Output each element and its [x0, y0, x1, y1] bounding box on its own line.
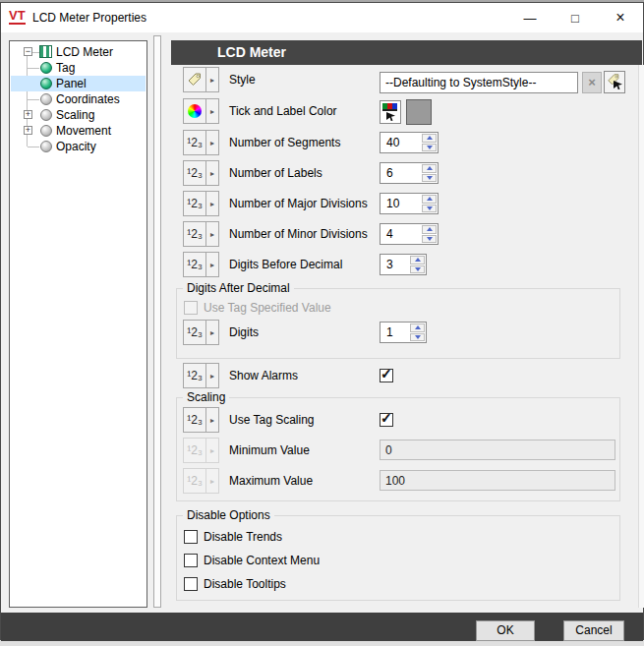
- cancel-button[interactable]: Cancel: [563, 620, 624, 641]
- digits-before-spinner[interactable]: 3: [380, 254, 427, 275]
- arrow-down-icon: [415, 335, 421, 339]
- disable-trends-checkbox[interactable]: [184, 530, 198, 544]
- use-tag-scaling-expression-button[interactable]: ¹2₃ ▸: [183, 407, 219, 433]
- major-divisions-spinner[interactable]: 10: [380, 193, 439, 214]
- tick-color-swatch[interactable]: [406, 99, 432, 125]
- panel-scrollbar[interactable]: [638, 65, 644, 608]
- tree-scrollbar[interactable]: [153, 35, 161, 608]
- scaling-legend: Scaling: [183, 390, 229, 404]
- pick-style-button[interactable]: [604, 71, 625, 93]
- close-button[interactable]: ×: [598, 3, 643, 32]
- tree-item-scaling[interactable]: + Scaling: [11, 107, 146, 123]
- disable-context-menu-checkbox[interactable]: [184, 554, 198, 567]
- expand-icon[interactable]: +: [24, 126, 32, 135]
- use-tag-scaling-label: Use Tag Scaling: [229, 407, 315, 433]
- show-alarms-checkbox[interactable]: ✓: [380, 369, 393, 382]
- tree-item-label: Coordinates: [56, 92, 120, 106]
- style-label: Style: [229, 67, 256, 92]
- spin-up-button[interactable]: [422, 134, 437, 143]
- spin-up-button[interactable]: [422, 195, 437, 204]
- major-divisions-expression-button[interactable]: ¹2₃ ▸: [183, 191, 219, 216]
- maximize-button[interactable]: □: [553, 3, 598, 32]
- minor-divisions-label: Number of Minor Divisions: [229, 221, 368, 247]
- maximum-value-input: [380, 470, 615, 491]
- chevron-right-icon: ▸: [206, 160, 219, 186]
- spin-down-button[interactable]: [422, 144, 437, 152]
- tree-item-opacity[interactable]: Opacity: [11, 139, 146, 154]
- spin-down-button[interactable]: [422, 235, 437, 244]
- number-icon: ¹2₃: [183, 363, 206, 388]
- color-bars-icon: [382, 103, 397, 111]
- use-tag-scaling-checkbox[interactable]: ✓: [380, 413, 393, 427]
- lcd-meter-properties-dialog: VT LCD Meter Properties — □ × − LCD Mete…: [0, 2, 644, 640]
- style-input[interactable]: [380, 72, 578, 93]
- disable-tooltips-label: Disable Tooltips: [204, 577, 286, 592]
- tree-item-label: LCD Meter: [56, 45, 113, 59]
- close-icon: ×: [615, 9, 624, 27]
- tree-item-coordinates[interactable]: Coordinates: [11, 91, 146, 107]
- tree-item-movement[interactable]: + Movement: [11, 123, 146, 139]
- minor-divisions-expression-button[interactable]: ¹2₃ ▸: [183, 221, 219, 247]
- spin-down-button[interactable]: [410, 265, 425, 274]
- digits-before-expression-button[interactable]: ¹2₃ ▸: [183, 252, 219, 277]
- tree-item-panel[interactable]: Panel: [11, 76, 146, 91]
- maximize-icon: □: [571, 11, 579, 26]
- color-expression-button[interactable]: ▸: [183, 98, 219, 124]
- chevron-right-icon: ▸: [206, 67, 219, 92]
- gray-dot-icon: [40, 125, 52, 137]
- maximum-value-label: Maximum Value: [229, 468, 313, 494]
- collapse-icon[interactable]: −: [24, 47, 32, 56]
- lcd-meter-icon: [39, 45, 52, 58]
- pick-tick-color-button[interactable]: [380, 100, 401, 124]
- digits-before-value: 3: [381, 255, 409, 274]
- color-wheel-icon: [183, 98, 206, 124]
- labels-expression-button[interactable]: ¹2₃ ▸: [183, 160, 219, 186]
- ok-button[interactable]: OK: [476, 620, 535, 641]
- spin-up-button[interactable]: [410, 323, 425, 332]
- tree-item-label: Panel: [56, 77, 87, 90]
- property-tree: − LCD Meter Tag Panel Coordinates + Scal…: [9, 40, 147, 608]
- use-tag-specified-value-label: Use Tag Specified Value: [204, 301, 331, 316]
- segments-spinner[interactable]: 40: [380, 132, 439, 153]
- digits-value: 1: [381, 323, 409, 342]
- expand-icon[interactable]: +: [24, 110, 32, 119]
- chevron-right-icon: ▸: [206, 98, 219, 124]
- disable-tooltips-checkbox[interactable]: [184, 577, 198, 591]
- minimum-value-label: Minimum Value: [229, 438, 310, 463]
- tree-item-lcd-meter[interactable]: − LCD Meter: [11, 44, 146, 60]
- clear-x-icon: ×: [588, 75, 596, 89]
- tree-item-label: Scaling: [56, 108, 94, 122]
- spin-down-button[interactable]: [410, 333, 425, 342]
- show-alarms-expression-button[interactable]: ¹2₃ ▸: [183, 363, 219, 388]
- digits-spinner[interactable]: 1: [380, 322, 427, 343]
- use-tag-specified-value-checkbox[interactable]: [184, 301, 198, 315]
- check-icon: ✓: [381, 366, 392, 382]
- style-tag-button[interactable]: ▸: [183, 67, 219, 92]
- check-icon: ✓: [381, 410, 392, 426]
- minor-divisions-spinner[interactable]: 4: [380, 223, 439, 245]
- minimize-button[interactable]: —: [507, 3, 553, 32]
- major-divisions-value: 10: [381, 194, 421, 213]
- tree-item-label: Movement: [56, 124, 111, 138]
- screen: VT LCD Meter Properties — □ × − LCD Mete…: [0, 0, 644, 646]
- spin-down-button[interactable]: [422, 174, 437, 183]
- digits-expression-button[interactable]: ¹2₃ ▸: [183, 320, 219, 345]
- digits-before-label: Digits Before Decimal: [229, 252, 342, 277]
- number-icon: ¹2₃: [183, 221, 206, 247]
- arrow-up-icon: [427, 136, 433, 140]
- spin-down-button[interactable]: [422, 205, 437, 213]
- number-icon: ¹2₃: [183, 252, 206, 277]
- show-alarms-label: Show Alarms: [229, 363, 298, 388]
- spin-up-button[interactable]: [422, 225, 437, 234]
- spin-up-button[interactable]: [422, 164, 437, 173]
- labels-spinner[interactable]: 6: [380, 162, 439, 184]
- spin-buttons: [409, 255, 426, 274]
- clear-style-button[interactable]: ×: [582, 72, 602, 93]
- segments-value: 40: [381, 133, 421, 152]
- tree-item-tag[interactable]: Tag: [11, 60, 146, 76]
- gray-dot-icon: [40, 141, 52, 152]
- arrow-down-icon: [427, 206, 433, 210]
- tag-icon: [183, 67, 206, 92]
- segments-expression-button[interactable]: ¹2₃ ▸: [183, 130, 219, 155]
- spin-up-button[interactable]: [410, 256, 425, 264]
